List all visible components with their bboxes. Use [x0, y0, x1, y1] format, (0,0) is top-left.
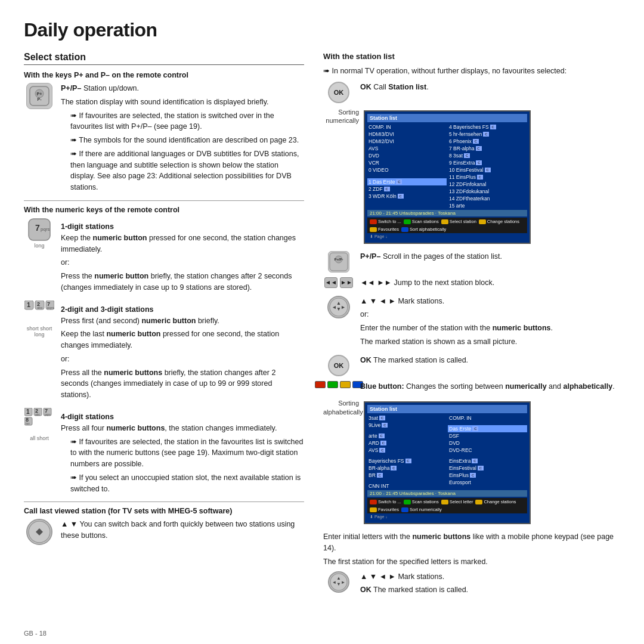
digit4-icon-box: 1 2 abc 7 pqrs 8 tuv all short: [24, 408, 55, 441]
digit23-label: short short long: [24, 326, 55, 338]
tv-row: 2 ZDFC: [367, 185, 447, 193]
svg-text:1: 1: [27, 301, 30, 308]
mark-icon-box-2: ▲ ▼ ◄ ►: [323, 571, 354, 593]
divider2: [24, 501, 304, 502]
tv-row: 7 BR-alphaC: [448, 145, 527, 152]
digit23-row: 1 2 abc 7 pqrs short short long 2-digit …: [24, 301, 304, 403]
sorting-alphabetically-label: Sortingalphabetically: [323, 399, 359, 416]
tv-footer-2: Switch to ... Scan stations Select lette…: [367, 498, 527, 513]
tv-row: AVS: [367, 145, 447, 152]
jump-icons: ◄◄ ►►: [324, 277, 353, 288]
mark-text: ▲ ▼ ◄ ► Mark stations. or: Enter the num…: [360, 296, 553, 350]
station-list-title: With the station list: [323, 52, 620, 61]
digit4-label: all short: [30, 435, 49, 441]
svg-text:abc: abc: [37, 306, 43, 309]
tv-row: 14 ZDFtheaterkan: [448, 195, 527, 202]
svg-text:►: ►: [340, 304, 345, 309]
nav-circle-icon: [26, 519, 52, 545]
tv-row: BRC: [367, 472, 447, 479]
pp-icon-box: P+/P-: [323, 251, 354, 273]
tv-row: COMP. IN: [448, 414, 527, 422]
page-title: Daily operation: [24, 19, 620, 41]
ok-marked-text: OK The marked station is called.: [360, 355, 468, 366]
pp-row: P+/P- P+/P– Scroll in the pages of the s…: [323, 251, 620, 273]
station-display-text: The station display with sound identific…: [61, 97, 304, 108]
enter-letters-text: Enter initial letters with the numeric b…: [323, 531, 620, 554]
svg-text:▼: ▼: [336, 581, 340, 586]
tv-screen-2: Station list 3satC 9LiveC arteC ARDC AVS…: [364, 401, 531, 524]
tv-row: 11 EinsPlusC: [448, 174, 527, 181]
tv-screen-1: Station list COMP. IN HDMI3/DVI HDMI2/DV…: [364, 110, 531, 244]
mark-icon: ▲ ▼ ◄ ►: [327, 296, 350, 318]
tv-footer-1: Switch to ... Scan stations Select stati…: [367, 218, 527, 233]
ok-icon: OK: [328, 82, 349, 103]
tv-left-col-1: COMP. IN HDMI3/DVI HDMI2/DVI AVS DVD VCR…: [367, 123, 447, 209]
tv-row: 1 Das ErsteC: [367, 178, 447, 185]
tv-row: DVD: [448, 439, 527, 447]
numeric-section-title: With the numeric keys of the remote cont…: [24, 206, 304, 214]
svg-text:7: 7: [35, 223, 40, 233]
svg-text:▲: ▲: [336, 575, 340, 581]
tv-left-col-2: 3satC 9LiveC arteC ARDC AVSC Bayerisches…: [367, 414, 447, 490]
tv-row: [367, 174, 447, 178]
digit1-row: 7 pqrs long 1-digit stations Keep the nu…: [24, 218, 304, 296]
tv-row: 5 hr-fernsehenC: [448, 131, 527, 138]
svg-text:tuv: tuv: [26, 422, 30, 425]
sorting-numerically-label: Sortingnumerically: [323, 108, 359, 125]
tv-header-2: Station list: [367, 405, 527, 413]
tv-row: VCR: [367, 159, 447, 166]
ok-icon-box: OK: [323, 82, 354, 103]
svg-text:pqrs: pqrs: [47, 306, 54, 309]
tv-row: 10 EinsFestivalC: [448, 166, 527, 174]
jump-row: ◄◄ ►► ◄◄ ►► Jump to the next station blo…: [323, 277, 620, 291]
tv-body-2: 3satC 9LiveC arteC ARDC AVSC Bayerisches…: [367, 414, 527, 490]
tv-row: 9 EinsExtraC: [448, 159, 527, 166]
remote-icon: P+ P-: [26, 83, 52, 109]
svg-text:P-: P-: [38, 97, 42, 101]
tv-row: BR-alphaC: [367, 465, 447, 472]
digit4-icon: 1 2 abc 7 pqrs 8 tuv: [24, 408, 54, 434]
right-column: With the station list ➠ In normal TV ope…: [323, 52, 620, 603]
ok-text: OK Call Station list.: [360, 82, 429, 95]
tv-status-2: 21:00 - 21:45 Urlaubsparadies · Toskana: [367, 490, 527, 497]
svg-text:pqrs: pqrs: [41, 227, 50, 232]
tv-status-1: 21:00 - 21:45 Urlaubsparadies · Toskana: [367, 210, 527, 216]
mark-row-2: ▲ ▼ ◄ ► ▲ ▼ ◄ ► Mark stations. OK The ma…: [323, 571, 620, 599]
digit1-icon-box: 7 pqrs long: [24, 218, 55, 249]
tv-right-col-2: COMP. IN Das ErsteC DSF DVD DVD-REC Eins…: [448, 414, 527, 490]
digit1-label: long: [34, 243, 44, 249]
p-plus-minus-text: P+/P– Station up/down. The station displ…: [61, 83, 304, 196]
svg-text:1: 1: [26, 408, 30, 415]
digit23-text: 2-digit and 3-digit stations Press first…: [61, 301, 304, 403]
svg-text:P+: P+: [37, 92, 42, 96]
ok-row: OK OK Call Station list.: [323, 82, 620, 103]
tv-header-1: Station list: [367, 114, 527, 122]
svg-text:P+/P-: P+/P-: [334, 258, 343, 261]
p-plus-minus-row: P+ P- P+/P– Station up/down. The station…: [24, 83, 304, 196]
mark-row: ▲ ▼ ◄ ► ▲ ▼ ◄ ► Mark stations. or: Enter…: [323, 296, 620, 350]
red-btn-icon: [315, 381, 326, 388]
digit1-text: 1-digit stations Keep the numeric button…: [61, 218, 304, 296]
section-heading: Select station: [24, 52, 304, 65]
blue-btn-text: Blue button: Changes the sorting between…: [360, 381, 615, 392]
tv-row: Das ErsteC: [448, 425, 527, 432]
tv-page-indicator-1: ⬇ Page ↓: [367, 233, 527, 240]
tv-row: 12 ZDFinfokanal: [448, 181, 527, 188]
tv-row: DVD: [367, 152, 447, 159]
svg-text:◄: ◄: [332, 304, 336, 309]
digit23-icon-box: 1 2 abc 7 pqrs short short long: [24, 301, 55, 338]
tv-row: arteC: [367, 432, 447, 439]
call-last-title: Call last viewed station (for TV sets wi…: [24, 507, 304, 515]
tv-row: 6 PhoenixC: [448, 138, 527, 145]
tv-row: HDMI2/DVI: [367, 138, 447, 145]
svg-text:pqrs: pqrs: [45, 413, 51, 416]
yellow-btn-icon: [340, 381, 351, 388]
pp-text: P+/P– Scroll in the pages of the station…: [360, 251, 502, 262]
digit4-text: 4-digit stations Press all four numeric …: [61, 408, 304, 497]
svg-text:◄: ◄: [332, 579, 336, 584]
tv-row: DSF: [448, 432, 527, 439]
tv-row: CNN INT: [367, 482, 447, 490]
blue-btn-icon-box: [323, 381, 354, 388]
digit1-icon: 7 pqrs: [27, 218, 51, 242]
digit4-row: 1 2 abc 7 pqrs 8 tuv all short: [24, 408, 304, 497]
